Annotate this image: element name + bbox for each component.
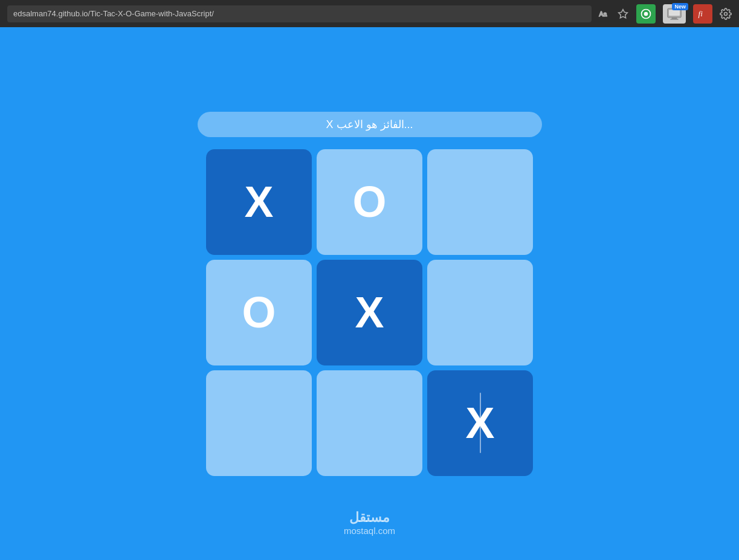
cell-8[interactable]: X xyxy=(427,370,533,476)
browser-icons: Aa New xyxy=(598,4,732,24)
cell-4-value: X xyxy=(355,288,384,337)
status-bar: ...الفائز هو الاعب X xyxy=(198,112,542,137)
svg-text:fi: fi xyxy=(699,9,703,18)
url-text: edsalman74.github.io/Tic-Tac-X-O-Game-wi… xyxy=(13,9,214,18)
watermark: مستقل mostaql.com xyxy=(344,510,395,536)
cell-0[interactable]: X xyxy=(206,149,312,255)
cell-7[interactable] xyxy=(317,370,422,476)
cell-8-value: X xyxy=(465,398,494,448)
cell-5[interactable] xyxy=(427,260,533,365)
new-badge: New xyxy=(672,3,688,10)
browser-chrome: edsalman74.github.io/Tic-Tac-X-O-Game-wi… xyxy=(0,0,739,27)
cell-3[interactable]: O xyxy=(206,260,312,365)
svg-rect-6 xyxy=(672,18,677,19)
svg-point-9 xyxy=(724,12,728,15)
status-text: ...الفائز هو الاعب X xyxy=(326,118,413,130)
game-container: ...الفائز هو الاعب X X O O X xyxy=(0,27,739,560)
cell-1[interactable]: O xyxy=(317,149,422,255)
svg-marker-1 xyxy=(619,9,628,18)
extension-green-icon[interactable] xyxy=(636,4,656,24)
game-board: X O O X X xyxy=(206,149,533,476)
cell-1-value: O xyxy=(352,177,386,227)
cell-2[interactable] xyxy=(427,149,533,255)
svg-point-3 xyxy=(644,11,648,16)
bookmark-icon[interactable] xyxy=(617,8,629,20)
watermark-latin: mostaql.com xyxy=(344,526,395,536)
cell-3-value: O xyxy=(242,288,276,337)
svg-rect-5 xyxy=(669,10,680,16)
settings-icon[interactable] xyxy=(720,8,732,20)
cell-6[interactable] xyxy=(206,370,312,476)
reader-mode-icon[interactable]: Aa xyxy=(598,8,610,20)
watermark-arabic: مستقل xyxy=(344,510,395,526)
url-bar[interactable]: edsalman74.github.io/Tic-Tac-X-O-Game-wi… xyxy=(7,5,592,22)
svg-rect-7 xyxy=(670,19,679,20)
extension-red-icon[interactable]: fi xyxy=(693,4,712,24)
cell-4[interactable]: X xyxy=(317,260,422,365)
svg-text:Aa: Aa xyxy=(599,10,607,17)
cell-0-value: X xyxy=(244,177,273,227)
